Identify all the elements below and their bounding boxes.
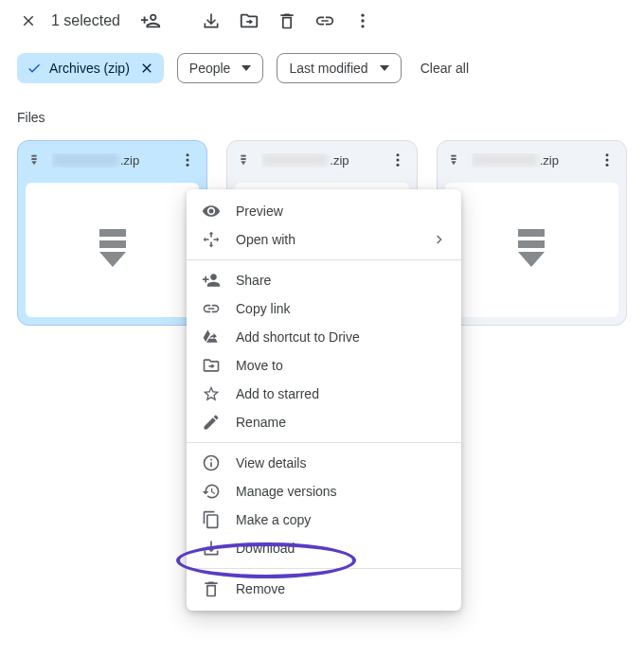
selection-toolbar: 1 selected	[0, 0, 644, 40]
svg-rect-27	[518, 229, 545, 237]
menu-remove[interactable]: Remove	[187, 575, 461, 603]
delete-button[interactable]	[276, 9, 298, 32]
svg-rect-28	[518, 240, 545, 248]
menu-make-copy[interactable]: Make a copy	[187, 506, 461, 534]
file-name: .zip	[472, 153, 596, 168]
more-vert-icon	[179, 151, 196, 169]
zip-file-icon	[447, 151, 464, 169]
file-name: .zip	[261, 153, 385, 168]
menu-label: Download	[236, 541, 295, 556]
download-icon	[202, 11, 221, 30]
more-actions-button[interactable]	[351, 9, 374, 32]
open-with-icon	[202, 230, 221, 249]
menu-label: View details	[236, 455, 306, 471]
menu-move-to[interactable]: Move to	[187, 351, 461, 380]
svg-marker-29	[518, 252, 545, 267]
star-icon	[202, 384, 221, 403]
caret-down-icon	[380, 63, 389, 73]
svg-marker-11	[99, 252, 126, 267]
caret-down-icon	[242, 63, 251, 73]
menu-preview[interactable]: Preview	[187, 197, 461, 225]
menu-manage-versions[interactable]: Manage versions	[187, 477, 461, 506]
zip-file-icon	[237, 151, 254, 169]
svg-point-6	[187, 153, 189, 156]
eye-icon	[202, 202, 221, 221]
filter-chip-label: Last modified	[289, 61, 367, 76]
svg-point-8	[187, 164, 189, 167]
file-card[interactable]: .zip	[437, 140, 627, 326]
filter-chip-archives[interactable]: Archives (zip)	[17, 53, 164, 83]
trash-icon	[277, 11, 296, 30]
folder-move-icon	[202, 356, 221, 375]
close-icon	[20, 12, 37, 29]
svg-point-26	[605, 164, 608, 167]
filter-chip-label: Archives (zip)	[49, 61, 130, 76]
selected-count: 1 selected	[51, 12, 120, 29]
section-files-label: Files	[0, 83, 644, 134]
more-vert-icon	[389, 151, 406, 169]
file-more-button[interactable]	[596, 149, 618, 171]
close-selection-button[interactable]	[17, 9, 40, 32]
menu-label: Share	[236, 273, 271, 288]
file-more-button[interactable]	[386, 149, 409, 171]
svg-rect-12	[242, 155, 246, 157]
svg-rect-4	[31, 158, 36, 160]
more-vert-icon	[599, 151, 616, 169]
check-icon	[27, 61, 42, 76]
menu-copy-link[interactable]: Copy link	[187, 294, 461, 323]
menu-open-with[interactable]: Open with	[187, 225, 461, 254]
svg-point-15	[396, 153, 399, 156]
move-to-button[interactable]	[238, 9, 260, 32]
menu-view-details[interactable]: View details	[187, 449, 461, 477]
menu-share[interactable]: Share	[187, 266, 461, 294]
filter-chip-label: People	[189, 61, 231, 76]
menu-separator	[187, 259, 461, 260]
info-icon	[202, 453, 221, 472]
menu-label: Open with	[236, 232, 295, 247]
filter-chip-last-modified[interactable]: Last modified	[277, 53, 401, 83]
svg-point-0	[361, 14, 364, 17]
menu-separator	[187, 568, 461, 569]
menu-label: Add shortcut to Drive	[236, 329, 360, 345]
get-link-button[interactable]	[313, 9, 336, 32]
menu-rename[interactable]: Rename	[187, 408, 461, 436]
svg-marker-14	[242, 161, 246, 165]
svg-point-2	[361, 25, 364, 27]
filter-bar: Archives (zip) People Last modified Clea…	[0, 40, 644, 83]
drive-shortcut-icon	[202, 328, 221, 346]
more-vert-icon	[353, 11, 372, 30]
file-name: .zip	[52, 153, 176, 168]
svg-point-7	[187, 159, 189, 162]
menu-label: Rename	[236, 415, 286, 430]
close-icon	[139, 61, 154, 76]
download-button[interactable]	[200, 9, 223, 32]
link-icon	[202, 299, 221, 318]
copy-icon	[202, 510, 221, 529]
filter-chip-people[interactable]: People	[177, 53, 264, 83]
file-card[interactable]: .zip	[17, 140, 207, 326]
menu-label: Remove	[236, 581, 285, 596]
menu-add-shortcut[interactable]: Add shortcut to Drive	[187, 323, 461, 351]
menu-download[interactable]: Download	[187, 534, 461, 562]
menu-label: Manage versions	[236, 484, 337, 499]
menu-label: Preview	[236, 204, 283, 219]
chip-remove-button[interactable]	[139, 61, 154, 76]
svg-point-24	[605, 153, 608, 156]
menu-label: Make a copy	[236, 512, 311, 527]
menu-add-starred[interactable]: Add to starred	[187, 380, 461, 408]
svg-rect-9	[99, 229, 126, 237]
chevron-right-icon	[431, 232, 446, 247]
file-more-button[interactable]	[176, 149, 199, 171]
svg-rect-10	[99, 240, 126, 248]
context-menu: Preview Open with Share Copy link Add sh…	[187, 189, 461, 611]
zip-file-icon	[96, 229, 130, 271]
share-person-button[interactable]	[139, 9, 162, 32]
svg-rect-21	[451, 155, 456, 157]
clear-all-button[interactable]: Clear all	[415, 61, 474, 76]
svg-point-17	[396, 164, 399, 167]
svg-rect-13	[242, 158, 246, 160]
zip-file-icon	[514, 229, 548, 271]
svg-rect-3	[31, 155, 36, 157]
person-add-icon	[202, 271, 221, 290]
svg-point-25	[605, 159, 608, 162]
